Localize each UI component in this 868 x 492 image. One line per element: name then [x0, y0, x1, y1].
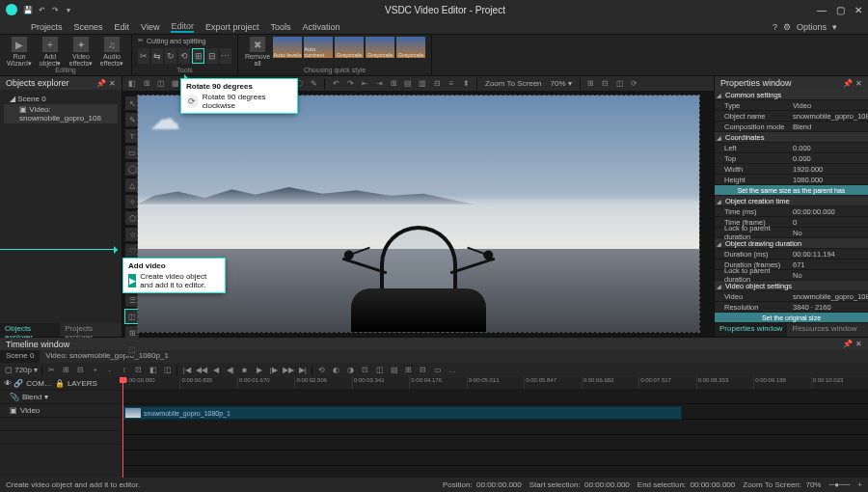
- tab-objects-explorer[interactable]: Objects explorer: [0, 323, 60, 337]
- tl-ex-3[interactable]: ⊡: [360, 365, 370, 375]
- transport-0[interactable]: |◀: [181, 365, 192, 375]
- menu-export-project[interactable]: Export project: [205, 22, 259, 32]
- timeline-clip[interactable]: snowmobile_gopro_1080p_1: [122, 406, 682, 420]
- options-label[interactable]: Options: [797, 22, 827, 32]
- transport-3[interactable]: ◀|: [225, 365, 235, 375]
- tool-btn-4[interactable]: ⊞: [192, 48, 204, 64]
- cv-d3-icon[interactable]: ⟳: [629, 78, 640, 90]
- tool-btn-2[interactable]: ↻: [165, 48, 176, 64]
- prop-row[interactable]: Height1080.000: [715, 175, 868, 185]
- transport-1[interactable]: ◀◀: [196, 365, 206, 375]
- cv-c2-icon[interactable]: ⇤: [359, 78, 370, 90]
- transport-6[interactable]: |▶: [268, 365, 279, 375]
- timeline-tracks[interactable]: 0:00:00.0000:00:00.8350:00:01.6700:00:02…: [122, 377, 868, 478]
- menu-scenes[interactable]: Scenes: [74, 22, 103, 32]
- ribbon-audio[interactable]: ♫Audioeffects▾: [98, 37, 125, 67]
- minimize-icon[interactable]: —: [817, 5, 827, 15]
- prop-section[interactable]: Common settings: [715, 90, 868, 100]
- track-row-video[interactable]: snowmobile_gopro_1080p_1: [122, 404, 868, 420]
- prop-row[interactable]: Lock to parent durationNo: [715, 270, 868, 281]
- panel-pin-icon[interactable]: 📌: [843, 340, 853, 348]
- tl-ex-4[interactable]: ◫: [374, 365, 385, 375]
- prop-row[interactable]: Duration (ms)00:00:11.194: [715, 249, 868, 260]
- qat-more-icon[interactable]: ▾: [64, 5, 73, 14]
- cv-a3-icon[interactable]: ▦: [170, 78, 181, 90]
- menu-view[interactable]: View: [141, 22, 159, 32]
- options-chevron-icon[interactable]: ▾: [832, 22, 837, 32]
- menu-tools[interactable]: Tools: [270, 22, 290, 32]
- tool-btn-6[interactable]: ⋯: [220, 48, 231, 64]
- canvas[interactable]: ↖✎T▭◯△✧⬠☆♡▶▣☰◫⊞⬚ ☁: [122, 91, 714, 337]
- close-icon[interactable]: ✕: [854, 5, 862, 15]
- playhead[interactable]: [122, 377, 123, 478]
- zoom-value[interactable]: 70% ▾: [548, 79, 575, 88]
- cv-b6-icon[interactable]: ✎: [308, 78, 319, 90]
- cv-c1-icon[interactable]: ↷: [344, 78, 356, 90]
- tl-ex-9[interactable]: …: [447, 365, 457, 375]
- cv-a2-icon[interactable]: ◫: [155, 78, 167, 90]
- gear-icon[interactable]: ⚙: [783, 22, 791, 32]
- quickstyle-auto-contrast[interactable]: Auto contrast: [304, 37, 333, 58]
- tl-tab-1[interactable]: Video: snowmobile_gopro_1080p_1: [40, 350, 175, 363]
- tl-ico-1[interactable]: ⊞: [61, 365, 71, 375]
- panel-close-icon[interactable]: ✕: [109, 79, 116, 88]
- transport-4[interactable]: ■: [239, 365, 250, 375]
- tl-ico-7[interactable]: ◧: [148, 365, 158, 375]
- tool-btn-5[interactable]: ⊟: [206, 48, 218, 64]
- cv-a0-icon[interactable]: ◧: [126, 78, 138, 90]
- cv-c0-icon[interactable]: ↶: [330, 78, 341, 90]
- tl-ico-3[interactable]: +: [90, 365, 100, 375]
- quickstyle-auto-levels[interactable]: Auto levels: [273, 37, 302, 58]
- prop-action[interactable]: Set the same size as the parent has: [715, 185, 868, 196]
- ribbon-add[interactable]: +Addobject▾: [37, 37, 64, 67]
- qat-save-icon[interactable]: 💾: [23, 5, 33, 14]
- remove-all-button[interactable]: ✖Remove all: [244, 37, 271, 67]
- tab-resources-window[interactable]: Resources window: [787, 323, 861, 337]
- tl-ico-4[interactable]: -: [104, 365, 115, 375]
- prop-row[interactable]: Left0.000: [715, 143, 868, 153]
- tree-scene[interactable]: ◢ Scene 0: [4, 94, 118, 104]
- tool-btn-3[interactable]: ⟲: [178, 48, 190, 64]
- sidetool-15[interactable]: ⬚: [125, 342, 139, 356]
- track-header-blend[interactable]: 📎 Blend ▾: [0, 391, 122, 404]
- quickstyle-grayscale[interactable]: Grayscale: [335, 37, 364, 58]
- cv-c4-icon[interactable]: ⊞: [388, 78, 399, 90]
- quickstyle-grayscale[interactable]: Grayscale: [396, 37, 425, 58]
- tl-ico-2[interactable]: ⊟: [75, 365, 86, 375]
- prop-action[interactable]: Set the original size: [715, 313, 868, 323]
- qat-undo-icon[interactable]: ↶: [37, 5, 46, 14]
- prop-section[interactable]: Object creation time: [715, 196, 868, 206]
- prop-section[interactable]: Object drawing duration: [715, 238, 868, 249]
- tl-ico-8[interactable]: ◫: [162, 365, 173, 375]
- panel-close-icon[interactable]: ✕: [855, 340, 862, 348]
- resolution-drop[interactable]: ▢ 720p ▾: [5, 366, 38, 374]
- menu-projects[interactable]: Projects: [31, 22, 63, 32]
- cv-d1-icon[interactable]: ⊟: [600, 78, 611, 90]
- quickstyle-grayscale[interactable]: Grayscale: [366, 37, 394, 58]
- tl-ico-5[interactable]: ↕: [119, 365, 129, 375]
- track-header-compose[interactable]: 👁 🔗 COM… 🔒 LAYERS: [0, 377, 122, 391]
- prop-row[interactable]: Resolution3840 · 2160: [715, 302, 868, 313]
- track-header-video[interactable]: ▣ Video: [0, 404, 122, 418]
- cv-c9-icon[interactable]: ⬍: [460, 78, 472, 90]
- tree-item-video[interactable]: ▣ Video: snowmobile_gopro_108: [4, 104, 118, 123]
- maximize-icon[interactable]: ▢: [836, 5, 845, 15]
- tl-ico-6[interactable]: ⊡: [133, 365, 144, 375]
- prop-row[interactable]: TypeVideo: [715, 100, 868, 111]
- cv-c6-icon[interactable]: ▥: [417, 78, 428, 90]
- prop-row[interactable]: Width1920.000: [715, 164, 868, 175]
- cv-a1-icon[interactable]: ⊞: [141, 78, 152, 90]
- prop-row[interactable]: Time (ms)00:00:00.000: [715, 206, 868, 217]
- help-icon[interactable]: ?: [773, 22, 777, 32]
- track-row-compose[interactable]: [122, 389, 868, 404]
- transport-2[interactable]: ◀: [210, 365, 221, 375]
- prop-row[interactable]: Videosnowmobile_gopro_1080p: [715, 291, 868, 302]
- cv-c8-icon[interactable]: ≡: [446, 78, 457, 90]
- prop-row[interactable]: Lock to parent durationNo: [715, 228, 868, 238]
- cv-c3-icon[interactable]: ⇥: [373, 78, 385, 90]
- tab-properties-window[interactable]: Properties window: [715, 323, 787, 337]
- tl-ico-0[interactable]: ✂: [46, 365, 57, 375]
- zoom-slider[interactable]: ─●──: [828, 480, 850, 489]
- prop-row[interactable]: Composition modeBlend: [715, 122, 868, 132]
- tl-ex-6[interactable]: ⊞: [403, 365, 414, 375]
